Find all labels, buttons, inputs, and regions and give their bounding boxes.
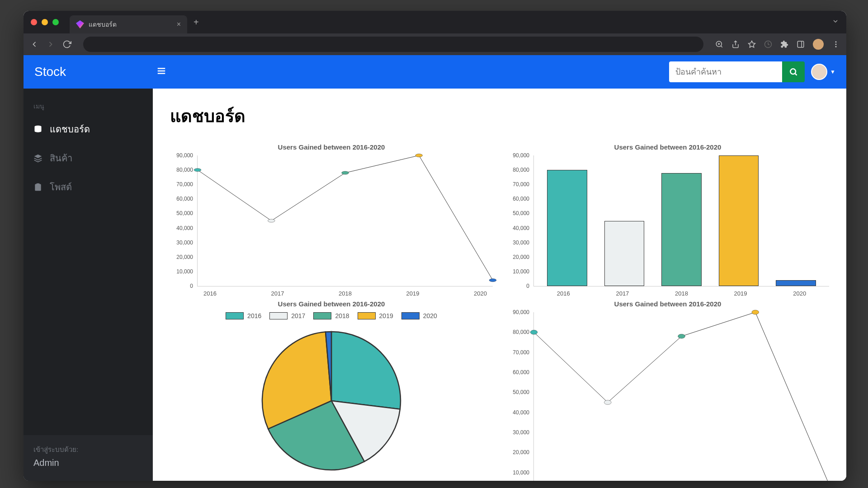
chart-title: Users Gained between 2016-2020 — [506, 143, 829, 151]
login-as-label: เข้าสู่ระบบด้วย: — [33, 444, 143, 455]
svg-marker-18 — [34, 155, 42, 158]
profile-avatar[interactable] — [813, 39, 824, 50]
sidebar-section-label: เมนู — [24, 98, 153, 115]
chart-title: Users Gained between 2016-2020 — [170, 300, 493, 308]
svg-point-15 — [790, 69, 796, 74]
bookmark-icon[interactable] — [748, 40, 756, 48]
minimize-window-button[interactable] — [42, 19, 48, 25]
back-button[interactable] — [30, 40, 39, 49]
svg-point-28 — [752, 310, 759, 314]
chart-title: Users Gained between 2016-2020 — [506, 300, 829, 308]
user-avatar — [811, 64, 827, 80]
svg-rect-7 — [797, 41, 804, 47]
panel-icon[interactable] — [797, 40, 805, 48]
browser-tab[interactable]: แดชบอร์ด × — [70, 15, 187, 33]
vite-icon — [76, 20, 84, 28]
chart-bar: Users Gained between 2016-2020 010,00020… — [506, 143, 829, 286]
tab-title: แดชบอร์ด — [89, 19, 117, 29]
search-input[interactable] — [669, 61, 782, 82]
line-plot — [198, 155, 493, 286]
svg-point-9 — [835, 41, 837, 42]
window-controls — [31, 19, 59, 25]
user-menu[interactable]: ▼ — [811, 64, 835, 80]
sidebar-item-posts[interactable]: โพสต์ — [24, 173, 153, 202]
svg-point-21 — [268, 219, 275, 222]
browser-toolbar — [24, 33, 846, 55]
svg-rect-19 — [37, 183, 40, 185]
chart-line-2: Users Gained between 2016-2020 010,00020… — [506, 300, 829, 481]
x-axis: 20162017201820192020 — [198, 290, 493, 297]
sidebar-item-label: โพสต์ — [50, 180, 72, 194]
svg-point-22 — [342, 171, 349, 174]
tabs-dropdown-button[interactable] — [832, 18, 839, 27]
navbar-right: ▼ — [669, 61, 835, 82]
login-as-user: Admin — [33, 458, 143, 468]
svg-point-11 — [835, 46, 837, 47]
database-icon — [33, 125, 43, 134]
close-tab-button[interactable]: × — [177, 20, 181, 28]
clipboard-icon — [33, 183, 43, 192]
menu-icon[interactable] — [832, 40, 840, 48]
close-window-button[interactable] — [31, 19, 37, 25]
app-body: เมนู แดชบอร์ด สินค้า โพสต์ เข้าสู่ระบบด้… — [24, 89, 846, 481]
sidebar-footer: เข้าสู่ระบบด้วย: Admin — [24, 435, 153, 481]
pie-plot — [250, 324, 413, 478]
search-group — [669, 61, 805, 82]
maximize-window-button[interactable] — [52, 19, 59, 25]
zoom-icon[interactable] — [715, 40, 723, 48]
y-axis: 010,00020,00030,00040,00050,00060,00070,… — [170, 155, 195, 286]
search-button[interactable] — [782, 61, 805, 82]
address-bar[interactable] — [83, 37, 703, 52]
pie-legend: 20162017201820192020 — [170, 312, 493, 319]
svg-marker-5 — [749, 41, 755, 47]
app-navbar: Stock ▼ — [24, 55, 846, 89]
bars — [534, 155, 829, 286]
browser-tab-bar: แดชบอร์ด × + — [24, 11, 846, 33]
browser-actions — [715, 39, 840, 50]
app-root: Stock ▼ เมนู — [24, 55, 846, 481]
svg-point-23 — [415, 154, 423, 157]
page-title: แดชบอร์ด — [170, 102, 829, 130]
sidebar-item-label: สินค้า — [50, 151, 72, 165]
y-axis: 010,00020,00030,00040,00050,00060,00070,… — [507, 155, 532, 286]
layers-icon — [33, 154, 43, 163]
y-axis: 010,00020,00030,00040,00050,00060,00070,… — [507, 312, 532, 481]
sidebar: เมนู แดชบอร์ด สินค้า โพสต์ เข้าสู่ระบบด้… — [24, 89, 153, 481]
chart-pie: Users Gained between 2016-2020 201620172… — [170, 300, 493, 481]
history-icon[interactable] — [764, 40, 772, 48]
chart-line-1: Users Gained between 2016-2020 010,00020… — [170, 143, 493, 286]
pie-wrap — [170, 324, 493, 478]
reload-button[interactable] — [62, 40, 71, 49]
svg-point-27 — [678, 334, 685, 338]
extensions-icon[interactable] — [780, 40, 788, 48]
chart-title: Users Gained between 2016-2020 — [170, 143, 493, 151]
line-plot — [534, 312, 829, 481]
svg-point-10 — [835, 44, 837, 45]
svg-line-1 — [721, 46, 722, 47]
new-tab-button[interactable]: + — [193, 17, 199, 28]
chart-plot-area: 010,00020,00030,00040,00050,00060,00070,… — [197, 155, 493, 286]
chart-plot-area: 010,00020,00030,00040,00050,00060,00070,… — [533, 155, 829, 286]
sidebar-item-products[interactable]: สินค้า — [24, 144, 153, 173]
share-icon[interactable] — [731, 40, 740, 48]
main-content: แดชบอร์ด Users Gained between 2016-2020 … — [153, 89, 846, 481]
sidebar-item-label: แดชบอร์ด — [50, 122, 90, 136]
svg-point-25 — [530, 330, 538, 335]
svg-point-20 — [194, 169, 201, 172]
chevron-down-icon: ▼ — [830, 69, 835, 75]
forward-button[interactable] — [46, 40, 55, 49]
svg-line-16 — [795, 74, 797, 75]
sidebar-item-dashboard[interactable]: แดชบอร์ด — [24, 115, 153, 144]
chart-plot-area: 010,00020,00030,00040,00050,00060,00070,… — [533, 312, 829, 481]
sidebar-toggle-button[interactable] — [156, 66, 166, 78]
x-axis: 20162017201820192020 — [534, 290, 829, 297]
svg-point-24 — [489, 279, 496, 282]
browser-window: แดชบอร์ด × + Stock — [24, 11, 846, 481]
svg-point-26 — [604, 400, 611, 405]
charts-grid: Users Gained between 2016-2020 010,00020… — [170, 143, 829, 481]
brand-title: Stock — [34, 65, 156, 79]
